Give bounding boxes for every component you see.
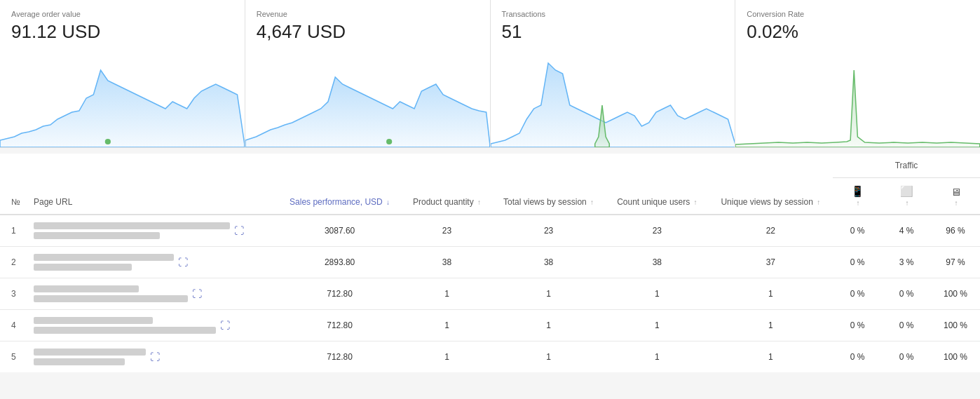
metric-card-revenue: Revenue 4,647 USD: [245, 0, 491, 147]
cell-total-views-2: 1: [491, 278, 606, 310]
cell-num-2: 3: [0, 278, 28, 310]
metric-label-avg-order: Average order value: [11, 10, 233, 18]
external-link-icon-2[interactable]: ⛶: [192, 288, 202, 299]
external-link-icon-1[interactable]: ⛶: [178, 257, 188, 268]
mobile-icon: 📱: [851, 185, 864, 198]
cell-unique-views-4: 1: [709, 341, 833, 373]
url-bar-bot-0: [34, 232, 160, 239]
cell-num-3: 4: [0, 310, 28, 341]
chart-avg-order: [0, 49, 245, 147]
external-link-icon-0[interactable]: ⛶: [234, 225, 244, 236]
cell-mobile-4: 0 %: [833, 341, 882, 373]
url-bar-top-0: [34, 222, 230, 229]
cell-count-unique-3: 1: [606, 310, 709, 341]
data-table: № Page URL Sales performance, USD ↓ Prod…: [0, 154, 980, 372]
cell-url-2: ⛶: [28, 278, 277, 310]
cell-sales-1: 2893.80: [277, 247, 402, 278]
cell-product-qty-1: 38: [402, 247, 491, 278]
sort-icon-product-qty[interactable]: ↑: [477, 198, 481, 206]
cell-total-views-0: 23: [491, 215, 606, 247]
sort-icon-tablet[interactable]: ↑: [906, 199, 909, 207]
cell-total-views-3: 1: [491, 310, 606, 341]
svg-marker-4: [491, 63, 735, 147]
url-bar-bot-2: [34, 295, 188, 302]
cell-unique-views-0: 22: [709, 215, 833, 247]
svg-marker-0: [0, 70, 245, 147]
svg-marker-6: [735, 70, 980, 147]
cell-url-0: ⛶: [28, 215, 277, 247]
cell-product-qty-4: 1: [402, 341, 491, 373]
sort-icon-mobile[interactable]: ↑: [857, 199, 860, 207]
metric-value-revenue: 4,647 USD: [257, 21, 479, 43]
cell-url-3: ⛶: [28, 310, 277, 341]
cell-total-views-1: 38: [491, 247, 606, 278]
url-bar-bot-1: [34, 264, 132, 271]
external-link-icon-4[interactable]: ⛶: [150, 351, 160, 363]
table-row: 2 ⛶ 2893.80 38 38 38 37 0 % 3 % 97 %: [0, 247, 980, 278]
cell-tablet-0: 4 %: [882, 215, 931, 247]
url-bars-3: [34, 317, 216, 334]
table-row: 5 ⛶ 712.80 1 1 1 1 0 % 0 % 100 %: [0, 341, 980, 373]
cell-count-unique-0: 23: [606, 215, 709, 247]
cell-desktop-1: 97 %: [931, 247, 980, 278]
col-header-sales: Sales performance, USD ↓: [277, 154, 402, 215]
metric-card-transactions: Transactions 51: [491, 0, 736, 147]
external-link-icon-3[interactable]: ⛶: [220, 320, 230, 331]
cell-mobile-3: 0 %: [833, 310, 882, 341]
cell-total-views-4: 1: [491, 341, 606, 373]
col-header-unique-views: Unique views by session ↑: [709, 154, 833, 215]
url-bars-0: [34, 222, 230, 239]
sort-icon-desktop[interactable]: ↑: [955, 199, 958, 207]
cell-desktop-0: 96 %: [931, 215, 980, 247]
cell-mobile-0: 0 %: [833, 215, 882, 247]
url-bar-bot-3: [34, 327, 216, 334]
svg-point-1: [105, 139, 111, 144]
col-header-total-views: Total views by session ↑: [491, 154, 606, 215]
cell-mobile-2: 0 %: [833, 278, 882, 310]
sort-icon-count-unique[interactable]: ↑: [694, 198, 697, 206]
url-bar-top-4: [34, 349, 146, 356]
metrics-row: Average order value 91.12 USD Revenue 4,…: [0, 0, 980, 148]
cell-count-unique-1: 38: [606, 247, 709, 278]
cell-mobile-1: 0 %: [833, 247, 882, 278]
table-row: 1 ⛶ 3087.60 23 23 23 22 0 % 4 % 96 %: [0, 215, 980, 247]
cell-sales-3: 712.80: [277, 310, 402, 341]
url-bars-1: [34, 254, 174, 271]
cell-sales-4: 712.80: [277, 341, 402, 373]
cell-unique-views-3: 1: [709, 310, 833, 341]
cell-url-4: ⛶: [28, 341, 277, 373]
sort-icon-unique-views[interactable]: ↑: [817, 198, 820, 206]
chart-transactions: [491, 49, 735, 147]
chart-conversion: [735, 49, 980, 147]
url-bars-2: [34, 285, 188, 302]
cell-tablet-2: 0 %: [882, 278, 931, 310]
metric-label-revenue: Revenue: [257, 10, 479, 18]
metric-card-conversion: Conversion Rate 0.02%: [735, 0, 980, 147]
cell-count-unique-2: 1: [606, 278, 709, 310]
metric-label-conversion: Conversion Rate: [747, 10, 969, 18]
cell-product-qty-0: 23: [402, 215, 491, 247]
cell-tablet-4: 0 %: [882, 341, 931, 373]
url-bar-top-3: [34, 317, 153, 324]
col-header-num: №: [0, 154, 28, 215]
cell-url-1: ⛶: [28, 247, 277, 278]
cell-num-1: 2: [0, 247, 28, 278]
chart-revenue: [245, 49, 490, 147]
metric-card-avg-order: Average order value 91.12 USD: [0, 0, 245, 147]
cell-unique-views-1: 37: [709, 247, 833, 278]
metric-value-transactions: 51: [502, 21, 724, 43]
col-header-desktop: 🖥 ↑: [931, 178, 980, 215]
cell-sales-2: 712.80: [277, 278, 402, 310]
sort-icon-sales[interactable]: ↓: [386, 198, 390, 206]
url-bar-top-1: [34, 254, 174, 261]
cell-desktop-2: 100 %: [931, 278, 980, 310]
cell-unique-views-2: 1: [709, 278, 833, 310]
svg-marker-2: [245, 77, 490, 147]
table-row: 3 ⛶ 712.80 1 1 1 1 0 % 0 % 100 %: [0, 278, 980, 310]
svg-point-3: [386, 139, 392, 144]
cell-num-4: 5: [0, 341, 28, 373]
cell-product-qty-3: 1: [402, 310, 491, 341]
col-header-product-qty: Product quantity ↑: [402, 154, 491, 215]
cell-desktop-3: 100 %: [931, 310, 980, 341]
sort-icon-total-views[interactable]: ↑: [590, 198, 594, 206]
